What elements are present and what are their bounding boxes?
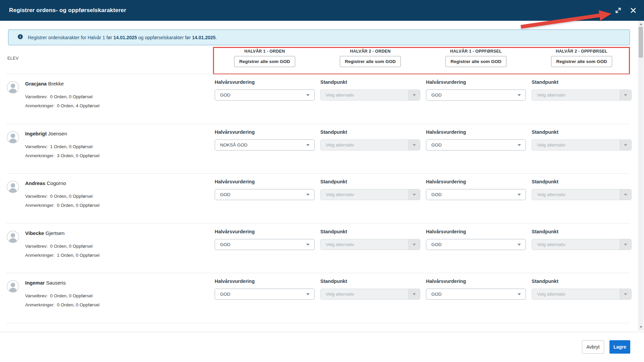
halvarsvurdering-select[interactable]: GOD [426, 89, 526, 101]
bulk-column-3: HALVÅR 2 - OPPFØRSELRegistrer alle som G… [532, 49, 632, 67]
standpunkt-select: Velg alternativ [320, 239, 420, 250]
halvarsvurdering-select[interactable]: GOD [215, 239, 315, 250]
avatar-icon [7, 231, 19, 243]
cancel-button[interactable]: Avbryt [582, 340, 604, 354]
anmerkninger-info: Anmerkninger:1 Orden, 0 Oppførsel [25, 253, 100, 258]
chevron-down-icon [518, 194, 521, 196]
halvarsvurdering-select[interactable]: GOD [426, 289, 526, 300]
chevron-down-icon [624, 194, 627, 196]
chevron-down-icon [518, 144, 521, 146]
dialog-title: Registrer ordens- og oppførselskaraktere… [9, 0, 126, 21]
grade-cell-label: Standpunkt [532, 129, 558, 135]
student-name: Gracjana Brekke [25, 81, 64, 86]
grade-cell-label: Halvårsvurdering [215, 179, 255, 184]
scrollbar-down-arrow-icon[interactable] [638, 325, 644, 329]
avatar-icon [7, 131, 19, 143]
avatar [7, 181, 19, 193]
chevron-down-icon [518, 244, 521, 246]
grade-cell-label: Standpunkt [320, 129, 347, 135]
grade-cell-label: Halvårsvurdering [215, 129, 255, 135]
chevron-down-icon [624, 94, 627, 96]
avatar [7, 81, 19, 94]
avatar-icon [7, 181, 19, 193]
student-row: Ingemar SauserisVarselbrev:0 Orden, 0 Op… [6, 273, 630, 323]
grade-cell-label: Halvårsvurdering [215, 279, 255, 284]
grade-cell-label: Standpunkt [532, 79, 558, 85]
halvarsvurdering-select[interactable]: GOD [426, 239, 526, 250]
standpunkt-select: Velg alternativ [320, 189, 420, 200]
varselbrev-info: Varselbrev:1 Orden, 0 Oppførsel [25, 144, 93, 149]
info-icon: i [18, 34, 23, 39]
chevron-down-icon [624, 144, 627, 146]
student-row: Gracjana BrekkeVarselbrev:0 Orden, 0 Opp… [6, 74, 630, 124]
register-grades-dialog: Registrer ordens- og oppførselskaraktere… [0, 0, 644, 362]
anmerkninger-info: Anmerkninger:0 Orden, 4 Oppførsel [25, 103, 100, 108]
standpunkt-select: Velg alternativ [532, 239, 632, 250]
bulk-column-label: HALVÅR 1 - ORDEN [215, 49, 315, 54]
varselbrev-info: Varselbrev:0 Orden, 0 Oppførsel [25, 244, 93, 249]
avatar [7, 280, 19, 293]
chevron-down-icon [624, 244, 627, 246]
register-all-god-button[interactable]: Registrer alle som GOD [340, 56, 401, 67]
chevron-down-icon [306, 293, 310, 295]
chevron-down-icon [413, 194, 416, 196]
grade-cell-label: Halvårsvurdering [426, 279, 466, 284]
elev-column-header: ELEV [7, 56, 19, 61]
register-all-god-button[interactable]: Registrer alle som GOD [445, 56, 506, 67]
grade-cell-label: Standpunkt [532, 179, 558, 184]
standpunkt-select: Velg alternativ [320, 89, 420, 101]
grade-cell-label: Standpunkt [320, 79, 347, 85]
grade-cell-label: Halvårsvurdering [426, 79, 466, 85]
student-list: Gracjana BrekkeVarselbrev:0 Orden, 0 Opp… [6, 74, 630, 323]
chevron-down-icon [413, 144, 416, 146]
grade-cell-label: Halvårsvurdering [215, 79, 255, 85]
halvarsvurdering-select[interactable]: GOD [215, 289, 315, 300]
halvarsvurdering-select[interactable]: GOD [426, 139, 526, 150]
chevron-down-icon [624, 293, 627, 295]
avatar [7, 231, 19, 243]
scrollbar-thumb[interactable] [639, 27, 643, 58]
halvarsvurdering-select[interactable]: NOKSÅ GOD [215, 139, 315, 150]
student-row: Vibecke GjertsenVarselbrev:0 Orden, 0 Op… [6, 224, 630, 274]
chevron-down-icon [518, 293, 521, 295]
anmerkninger-info: Anmerkninger:0 Orden, 0 Oppførsel [25, 302, 100, 307]
grade-cell-label: Halvårsvurdering [215, 229, 255, 234]
register-all-god-button[interactable]: Registrer alle som GOD [234, 56, 295, 67]
anmerkninger-info: Anmerkninger:0 Orden, 0 Oppførsel [25, 203, 100, 208]
bulk-column-2: HALVÅR 1 - OPPFØRSELRegistrer alle som G… [426, 49, 526, 67]
grade-cell-label: Halvårsvurdering [426, 229, 466, 234]
grade-cell-label: Halvårsvurdering [426, 129, 466, 135]
student-name: Ingemar Sauseris [25, 280, 66, 286]
chevron-down-icon [306, 194, 310, 196]
grade-cell-label: Standpunkt [320, 279, 347, 284]
standpunkt-select: Velg alternativ [532, 289, 632, 300]
register-all-god-button[interactable]: Registrer alle som GOD [551, 56, 612, 67]
varselbrev-info: Varselbrev:0 Orden, 0 Oppførsel [25, 94, 93, 99]
chevron-down-icon [306, 244, 310, 246]
bulk-column-0: HALVÅR 1 - ORDENRegistrer alle som GOD [215, 49, 315, 67]
bulk-column-label: HALVÅR 1 - OPPFØRSEL [426, 49, 526, 54]
halvarsvurdering-select[interactable]: GOD [215, 89, 315, 101]
save-button[interactable]: Lagre [609, 340, 630, 354]
standpunkt-select: Velg alternativ [532, 189, 632, 200]
student-row: Ingebrigt JoensenVarselbrev:1 Orden, 0 O… [6, 124, 630, 174]
bulk-column-label: HALVÅR 2 - OPPFØRSEL [532, 49, 632, 54]
scrollbar-up-arrow-icon[interactable] [638, 22, 644, 26]
info-banner: i Registrer ordenskarakter for Halvår 1 … [8, 29, 630, 45]
halvarsvurdering-select[interactable]: GOD [215, 189, 315, 200]
info-banner-text: Registrer ordenskarakter for Halvår 1 fø… [28, 30, 217, 45]
grade-cell-label: Standpunkt [532, 229, 558, 234]
chevron-down-icon [518, 94, 521, 96]
resize-dialog-icon[interactable] [614, 6, 623, 15]
student-name: Vibecke Gjertsen [25, 230, 64, 236]
chevron-down-icon [413, 293, 416, 295]
student-row: Andreas CogornoVarselbrev:0 Orden, 0 Opp… [6, 174, 630, 224]
standpunkt-select: Velg alternativ [320, 289, 420, 300]
avatar [7, 131, 19, 143]
footer-divider [0, 332, 644, 332]
standpunkt-select: Velg alternativ [532, 89, 632, 101]
close-icon[interactable] [629, 6, 638, 15]
student-name: Ingebrigt Joensen [25, 131, 67, 136]
scrollbar[interactable] [638, 21, 644, 330]
halvarsvurdering-select[interactable]: GOD [426, 189, 526, 200]
